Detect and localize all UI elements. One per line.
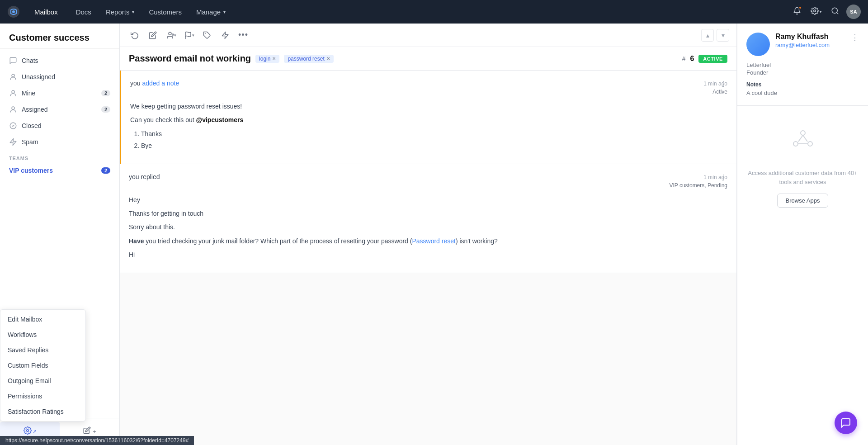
message-more-button-1[interactable]: ⋮ — [720, 80, 727, 88]
nav-docs[interactable]: Docs — [72, 6, 95, 18]
svg-point-6 — [12, 90, 14, 93]
prev-conversation-button[interactable]: ▴ — [701, 29, 714, 42]
apps-description: Access additional customer data from 40+… — [746, 169, 859, 186]
contact-card: Ramy Khuffash ramy@letterfuel.com ⋮ Lett… — [737, 24, 868, 106]
dropdown-outgoing-email[interactable]: Outgoing Email — [0, 373, 85, 388]
nav-mailbox[interactable]: Mailbox — [31, 6, 61, 18]
assign-button[interactable]: ▾ — [163, 28, 179, 43]
app-logo[interactable] — [7, 5, 20, 18]
conversation-status-badge: ACTIVE — [698, 55, 727, 63]
assigned-label: Assigned — [22, 106, 97, 113]
unassigned-label: Unassigned — [22, 73, 110, 80]
mine-badge: 2 — [101, 90, 110, 96]
closed-label: Closed — [22, 122, 110, 129]
manage-chevron-icon: ▾ — [223, 9, 226, 14]
nav-reports[interactable]: Reports ▾ — [106, 8, 135, 16]
browse-apps-button[interactable]: Browse Apps — [777, 194, 829, 208]
next-conversation-button[interactable]: ▾ — [717, 29, 729, 42]
message-block-2: you replied 1 min ago VIP customers, Pen… — [120, 164, 736, 273]
search-button[interactable] — [827, 4, 843, 19]
svg-point-1 — [12, 10, 15, 13]
sidebar-item-closed[interactable]: Closed — [0, 118, 119, 134]
message-more-button-2[interactable]: ⋮ — [720, 173, 727, 182]
flag-button[interactable]: ▾ — [181, 28, 197, 43]
tag-login: login ✕ — [255, 55, 279, 63]
dropdown-permissions[interactable]: Permissions — [0, 388, 85, 404]
svg-point-7 — [12, 107, 14, 109]
dropdown-satisfaction-ratings[interactable]: Satisfaction Ratings — [0, 404, 85, 419]
spam-icon — [9, 138, 17, 146]
contact-more-button[interactable]: ⋮ — [851, 33, 859, 43]
conversation-header: Password email not working login ✕ passw… — [120, 47, 736, 71]
svg-point-18 — [793, 142, 798, 146]
svg-marker-16 — [222, 32, 228, 38]
app-body: Customer success Chats Unassigned Mine — [0, 24, 868, 445]
sidebar-item-assigned[interactable]: Assigned 2 — [0, 101, 119, 118]
conversation-id: # — [682, 55, 686, 62]
conversation-toolbar: ▾ ▾ ••• ▴ ▾ — [120, 24, 736, 47]
svg-point-5 — [12, 74, 14, 77]
dropdown-workflows[interactable]: Workflows — [0, 327, 85, 342]
sidebar-team-vip[interactable]: VIP customers 2 — [0, 163, 119, 178]
assigned-badge: 2 — [101, 106, 110, 113]
svg-point-2 — [813, 9, 816, 12]
nav-customers[interactable]: Customers — [145, 6, 185, 18]
sidebar-item-chats[interactable]: Chats — [0, 52, 119, 69]
message-body-1: We keep getting password reset issues! C… — [130, 101, 727, 151]
message-author-2: you replied — [129, 173, 160, 180]
edit-button[interactable] — [145, 28, 160, 43]
dropdown-saved-replies[interactable]: Saved Replies — [0, 342, 85, 358]
tag-login-remove[interactable]: ✕ — [272, 56, 276, 61]
tag-password-reset-remove[interactable]: ✕ — [326, 56, 330, 61]
settings-button[interactable]: ▾ — [808, 4, 824, 19]
message-author-1: you added a note — [130, 80, 179, 87]
contact-email[interactable]: ramy@letterfuel.com — [775, 42, 845, 48]
mine-icon — [9, 89, 17, 97]
chevron-up-icon: ▴ — [706, 32, 709, 39]
chats-label: Chats — [22, 57, 110, 64]
settings-chevron-icon: ▾ — [820, 9, 822, 14]
chat-bubble-button[interactable] — [835, 412, 857, 434]
message-header-1: you added a note 1 min ago Active — [130, 80, 727, 96]
contact-header: Ramy Khuffash ramy@letterfuel.com ⋮ — [746, 33, 859, 56]
contact-role: Founder — [746, 69, 859, 76]
messages-area: you added a note 1 min ago Active We kee… — [120, 71, 736, 445]
unassigned-icon — [9, 73, 17, 81]
gear-icon — [811, 7, 819, 17]
dropdown-custom-fields[interactable]: Custom Fields — [0, 358, 85, 373]
bolt-button[interactable] — [217, 28, 233, 43]
more-actions-button[interactable]: ••• — [236, 28, 251, 43]
main-content: ▾ ▾ ••• ▴ ▾ Password — [120, 24, 737, 445]
tag-button[interactable] — [199, 28, 215, 43]
svg-point-19 — [808, 142, 812, 146]
apps-network-icon — [788, 124, 817, 158]
contact-name: Ramy Khuffash — [775, 33, 845, 41]
teams-section-label: TEAMS — [0, 150, 119, 163]
sidebar-item-spam[interactable]: Spam — [0, 134, 119, 150]
mention-vipcustomers: @vipcustomers — [196, 116, 244, 123]
tag-password-reset: password reset ✕ — [284, 55, 333, 63]
notification-button[interactable] — [789, 4, 805, 19]
sidebar-item-unassigned[interactable]: Unassigned — [0, 69, 119, 85]
svg-line-21 — [803, 135, 807, 142]
status-bar: https://secure.helpscout.net/conversatio… — [0, 436, 194, 445]
message-header-2: you replied 1 min ago VIP customers, Pen… — [129, 173, 727, 189]
message-block-1: you added a note 1 min ago Active We kee… — [120, 71, 736, 164]
nav-manage[interactable]: Manage ▾ — [196, 8, 226, 16]
dropdown-edit-mailbox[interactable]: Edit Mailbox — [0, 312, 85, 327]
chevron-down-icon: ▾ — [722, 32, 725, 39]
mine-label: Mine — [22, 90, 97, 97]
undo-button[interactable] — [127, 28, 142, 43]
contact-avatar — [746, 33, 770, 56]
spam-label: Spam — [22, 138, 110, 146]
svg-marker-9 — [10, 139, 16, 146]
svg-point-10 — [26, 430, 28, 432]
contact-info: Ramy Khuffash ramy@letterfuel.com — [775, 33, 845, 48]
chats-icon — [9, 57, 17, 65]
notification-dot — [798, 6, 802, 9]
top-navigation: Mailbox Docs Reports ▾ Customers Manage … — [0, 0, 868, 24]
user-avatar[interactable]: SA — [846, 5, 861, 19]
right-panel: Ramy Khuffash ramy@letterfuel.com ⋮ Lett… — [737, 24, 868, 445]
password-reset-link[interactable]: Password reset — [412, 237, 455, 245]
sidebar-item-mine[interactable]: Mine 2 — [0, 85, 119, 101]
